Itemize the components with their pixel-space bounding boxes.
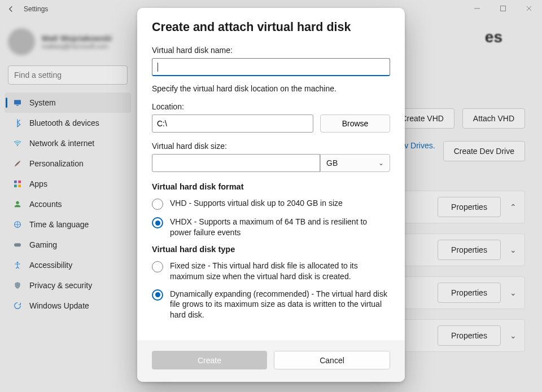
- format-heading: Virtual hard disk format: [152, 182, 390, 191]
- type-heading: Virtual hard disk type: [152, 245, 390, 254]
- radio-label: VHD - Supports virtual disk up to 2040 G…: [170, 198, 343, 209]
- type-option-fixed[interactable]: Fixed size - This virtual hard disk file…: [152, 261, 390, 282]
- dialog-footer: Create Cancel: [137, 340, 405, 382]
- radio-icon: [152, 261, 163, 272]
- vhd-name-input[interactable]: [152, 58, 390, 76]
- location-input[interactable]: [152, 114, 313, 133]
- create-vhd-dialog: Create and attach virtual hard disk Virt…: [137, 8, 405, 382]
- location-label: Location:: [152, 102, 390, 111]
- text-caret: [158, 63, 158, 72]
- dialog-title: Create and attach virtual hard disk: [152, 20, 390, 34]
- radio-label: Dynamically expanding (recommended) - Th…: [170, 289, 390, 321]
- format-option-vhdx[interactable]: VHDX - Supports a maximum of 64 TB and i…: [152, 217, 390, 238]
- button-label: Create: [198, 356, 221, 365]
- radio-label: VHDX - Supports a maximum of 64 TB and i…: [170, 217, 390, 238]
- chevron-down-icon: ⌄: [378, 159, 384, 167]
- radio-icon: [152, 289, 163, 301]
- radio-icon: [152, 199, 163, 210]
- create-button[interactable]: Create: [152, 351, 267, 369]
- size-label: Virtual hard disk size:: [152, 142, 390, 151]
- radio-label: Fixed size - This virtual hard disk file…: [170, 261, 390, 282]
- vhd-name-label: Virtual hard disk name:: [152, 46, 390, 55]
- location-hint: Specify the virtual hard disk location o…: [152, 84, 390, 93]
- size-input[interactable]: [152, 154, 320, 172]
- type-option-dynamic[interactable]: Dynamically expanding (recommended) - Th…: [152, 289, 390, 321]
- button-label: Browse: [342, 119, 369, 128]
- size-unit-value: GB: [326, 158, 338, 168]
- format-option-vhd[interactable]: VHD - Supports virtual disk up to 2040 G…: [152, 198, 390, 210]
- button-label: Cancel: [320, 356, 344, 365]
- cancel-button[interactable]: Cancel: [274, 351, 390, 369]
- browse-button[interactable]: Browse: [320, 114, 390, 133]
- size-unit-select[interactable]: GB ⌄: [320, 154, 390, 172]
- radio-icon: [152, 217, 163, 228]
